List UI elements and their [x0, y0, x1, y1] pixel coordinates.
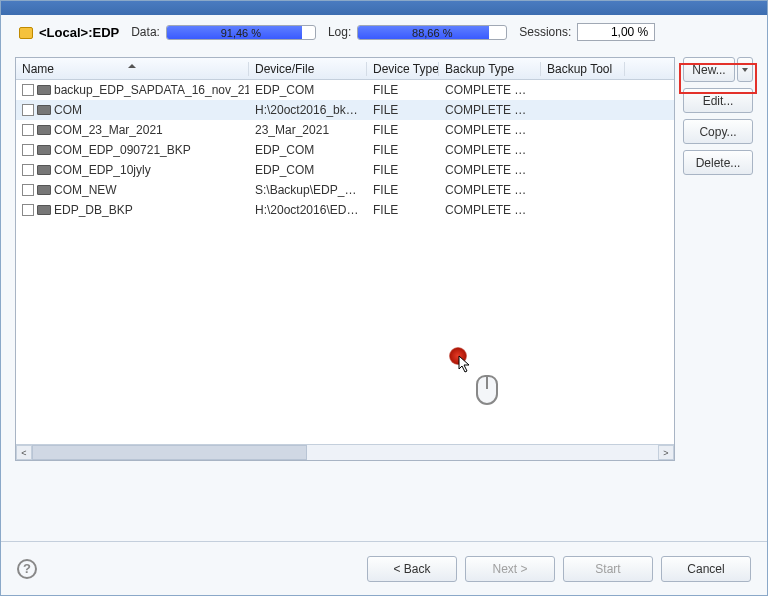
row-name: COM_NEW: [54, 183, 117, 197]
help-icon[interactable]: ?: [17, 559, 37, 579]
row-checkbox[interactable]: [22, 144, 34, 156]
table-row[interactable]: COM_NEWS:\Backup\EDP_C...FILECOMPLETE DA…: [16, 180, 674, 200]
row-checkbox[interactable]: [22, 104, 34, 116]
copy-button[interactable]: Copy...: [683, 119, 753, 144]
scroll-track[interactable]: [32, 445, 658, 460]
backup-item-icon: [37, 125, 51, 135]
col-name[interactable]: Name: [16, 62, 249, 76]
new-dropdown-button[interactable]: [737, 57, 753, 82]
sort-asc-icon: [128, 64, 136, 68]
info-bar: <Local>:EDP Data: 91,46 % Log: 88,66 % S…: [1, 15, 767, 47]
row-device-type: FILE: [367, 103, 439, 117]
row-backup-type: COMPLETE DATA: [439, 183, 541, 197]
table-row[interactable]: backup_EDP_SAPDATA_16_nov_21EDP_COMFILEC…: [16, 80, 674, 100]
mouse-icon: [476, 375, 498, 405]
backup-item-icon: [37, 205, 51, 215]
col-backup-tool[interactable]: Backup Tool: [541, 62, 625, 76]
start-button[interactable]: Start: [563, 556, 653, 582]
row-device: EDP_COM: [249, 83, 367, 97]
backup-item-icon: [37, 165, 51, 175]
back-button[interactable]: < Back: [367, 556, 457, 582]
row-backup-type: COMPLETE DATA: [439, 83, 541, 97]
backup-item-icon: [37, 105, 51, 115]
database-icon: [19, 25, 33, 39]
row-name: COM_23_Mar_2021: [54, 123, 163, 137]
window-titlebar: [1, 1, 767, 15]
row-checkbox[interactable]: [22, 164, 34, 176]
row-backup-type: COMPLETE DATA: [439, 143, 541, 157]
scroll-right-button[interactable]: >: [658, 445, 674, 460]
log-progress-value: 88,66 %: [358, 26, 506, 40]
row-name: backup_EDP_SAPDATA_16_nov_21: [54, 83, 249, 97]
backup-item-icon: [37, 85, 51, 95]
table-row[interactable]: COM_EDP_10jylyEDP_COMFILECOMPLETE DATA: [16, 160, 674, 180]
row-device-type: FILE: [367, 163, 439, 177]
row-backup-type: COMPLETE DATA: [439, 123, 541, 137]
col-device-type[interactable]: Device Type: [367, 62, 439, 76]
data-label: Data:: [131, 25, 160, 39]
col-backup-type[interactable]: Backup Type: [439, 62, 541, 76]
row-checkbox[interactable]: [22, 204, 34, 216]
data-progress: 91,46 %: [166, 25, 316, 40]
data-progress-value: 91,46 %: [167, 26, 315, 40]
row-device: EDP_COM: [249, 163, 367, 177]
wizard-footer: ? < Back Next > Start Cancel: [1, 541, 767, 595]
backup-item-icon: [37, 145, 51, 155]
row-device-type: FILE: [367, 183, 439, 197]
row-name: COM_EDP_090721_BKP: [54, 143, 191, 157]
row-name: EDP_DB_BKP: [54, 203, 133, 217]
cancel-button[interactable]: Cancel: [661, 556, 751, 582]
col-device[interactable]: Device/File: [249, 62, 367, 76]
row-name: COM_EDP_10jyly: [54, 163, 151, 177]
row-device-type: FILE: [367, 203, 439, 217]
log-label: Log:: [328, 25, 351, 39]
row-checkbox[interactable]: [22, 124, 34, 136]
row-device: H:\20oct2016\EDP...: [249, 203, 367, 217]
row-device: H:\20oct2016_bkp...: [249, 103, 367, 117]
table-row[interactable]: COMH:\20oct2016_bkp...FILECOMPLETE DATA: [16, 100, 674, 120]
row-device-type: FILE: [367, 143, 439, 157]
table-row[interactable]: COM_23_Mar_202123_Mar_2021FILECOMPLETE D…: [16, 120, 674, 140]
backup-item-icon: [37, 185, 51, 195]
row-checkbox[interactable]: [22, 84, 34, 96]
row-device: S:\Backup\EDP_C...: [249, 183, 367, 197]
row-backup-type: COMPLETE DATA: [439, 163, 541, 177]
log-progress: 88,66 %: [357, 25, 507, 40]
row-backup-type: COMPLETE DATA: [439, 103, 541, 117]
scroll-left-button[interactable]: <: [16, 445, 32, 460]
row-backup-type: COMPLETE DATA: [439, 203, 541, 217]
row-device: 23_Mar_2021: [249, 123, 367, 137]
table-row[interactable]: EDP_DB_BKPH:\20oct2016\EDP...FILECOMPLET…: [16, 200, 674, 220]
scroll-thumb[interactable]: [32, 445, 307, 460]
next-button[interactable]: Next >: [465, 556, 555, 582]
backup-table: Name Device/File Device Type Backup Type…: [15, 57, 675, 461]
sessions-label: Sessions:: [519, 25, 571, 39]
row-device-type: FILE: [367, 83, 439, 97]
edit-button[interactable]: Edit...: [683, 88, 753, 113]
horizontal-scrollbar[interactable]: < >: [16, 444, 674, 460]
side-button-panel: New... Edit... Copy... Delete...: [683, 57, 753, 461]
delete-button[interactable]: Delete...: [683, 150, 753, 175]
row-device-type: FILE: [367, 123, 439, 137]
row-checkbox[interactable]: [22, 184, 34, 196]
new-button[interactable]: New...: [683, 57, 735, 82]
sessions-input[interactable]: [577, 23, 655, 41]
table-row[interactable]: COM_EDP_090721_BKPEDP_COMFILECOMPLETE DA…: [16, 140, 674, 160]
table-header: Name Device/File Device Type Backup Type…: [16, 58, 674, 80]
location-label: <Local>:EDP: [39, 25, 119, 40]
row-name: COM: [54, 103, 82, 117]
row-device: EDP_COM: [249, 143, 367, 157]
